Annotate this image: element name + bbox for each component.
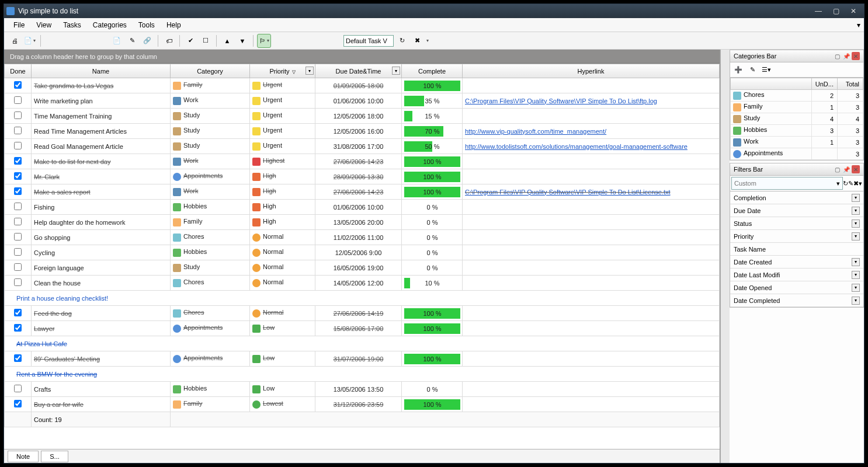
link-task-button[interactable]: 🔗 xyxy=(140,34,154,48)
filter-dropdown-icon[interactable]: ▾ xyxy=(852,284,860,292)
filter-edit-button[interactable]: ✎ xyxy=(848,180,853,187)
clear-view-button[interactable]: ✖ xyxy=(410,34,424,48)
note-row[interactable]: At Pizza Hut Cafe xyxy=(5,336,720,351)
cat-col-total[interactable]: Total xyxy=(838,78,863,90)
cat-col-undone[interactable]: UnD... xyxy=(812,78,838,90)
add-category-button[interactable]: ➕ xyxy=(732,64,744,76)
table-row[interactable]: Read Time Management ArticlesStudyUrgent… xyxy=(5,124,720,139)
table-row[interactable]: Time Management TrainingStudyUrgent12/05… xyxy=(5,109,720,124)
filter-row[interactable]: Date Created▾ xyxy=(730,256,863,269)
col-done[interactable]: Done xyxy=(5,64,32,78)
category-row[interactable]: Chores23 xyxy=(731,90,863,102)
table-row[interactable]: Read Goal Management ArticleStudyUrgent3… xyxy=(5,139,720,154)
table-row[interactable]: 89' Graduates' MeetingAppointmentsLow31/… xyxy=(5,351,720,367)
done-checkbox[interactable] xyxy=(14,218,22,225)
print-button[interactable]: 🖨 xyxy=(8,34,22,48)
done-checkbox[interactable] xyxy=(14,81,22,89)
category-row[interactable]: Family13 xyxy=(731,102,863,113)
panel-pin-icon[interactable]: 📌 xyxy=(842,52,850,60)
titlebar[interactable]: Vip simple to do list — ▢ ✕ xyxy=(4,4,864,18)
filter-row[interactable]: Date Completed▾ xyxy=(730,294,863,307)
toolbar-overflow-icon[interactable]: ▾ xyxy=(426,38,429,43)
done-checkbox[interactable] xyxy=(14,385,22,392)
filter-dropdown-icon[interactable]: ▾ xyxy=(852,271,860,279)
hyperlink[interactable]: http://www.vip-qualitysoft.com/time_mana… xyxy=(465,128,606,135)
hyperlink[interactable]: C:\Program Files\VIP Quality Software\VI… xyxy=(465,189,671,196)
menu-view[interactable]: View xyxy=(30,19,57,31)
cat-col-name[interactable] xyxy=(731,78,812,90)
filters-panel-header[interactable]: Filters Bar ▢ 📌 ✕ xyxy=(730,163,864,176)
col-name[interactable]: Name xyxy=(32,64,171,78)
menu-file[interactable]: File xyxy=(8,19,30,31)
filter-row[interactable]: Date Last Modifi▾ xyxy=(730,269,863,281)
categories-panel-header[interactable]: Categories Bar ▢ 📌 ✕ xyxy=(730,50,864,62)
flag-button[interactable]: 🏳▾ xyxy=(257,34,271,48)
tab-note[interactable]: Note xyxy=(8,451,39,462)
table-row[interactable]: Help daughter do the homeworkFamilyHigh1… xyxy=(5,215,720,230)
done-checkbox[interactable] xyxy=(14,172,22,180)
panel-window-icon[interactable]: ▢ xyxy=(833,165,841,173)
done-checkbox[interactable] xyxy=(14,263,22,271)
done-checkbox[interactable] xyxy=(14,96,22,104)
edit-task-button[interactable]: ✎ xyxy=(125,34,139,48)
col-priority-filter-icon[interactable]: ▾ xyxy=(305,67,314,75)
table-row[interactable]: Clean the houseChoresNormal14/05/2006 12… xyxy=(5,276,720,291)
done-checkbox[interactable] xyxy=(14,127,22,134)
done-checkbox[interactable] xyxy=(14,400,22,407)
new-task-button[interactable]: 📄 xyxy=(110,34,124,48)
done-checkbox[interactable] xyxy=(14,324,22,332)
col-hyperlink[interactable]: Hyperlink xyxy=(463,64,720,78)
note-button[interactable]: 🏷 xyxy=(162,34,176,48)
table-row[interactable]: Buy a car for wifeFamilyLowest31/12/2006… xyxy=(5,397,720,412)
filter-dropdown-icon[interactable]: ▾ xyxy=(852,232,860,241)
col-category[interactable]: Category xyxy=(171,64,250,78)
table-row[interactable]: Foreign languageStudyNormal16/05/2006 19… xyxy=(5,260,720,276)
category-row[interactable]: Study44 xyxy=(731,113,863,125)
hyperlink[interactable]: http://www.todolistsoft.com/solutions/ma… xyxy=(465,143,688,150)
panel-close-icon[interactable]: ✕ xyxy=(852,52,860,60)
menubar-overflow-icon[interactable]: ▾ xyxy=(857,21,860,29)
table-row[interactable]: CyclingHobbiesNormal12/05/2006 9:000 % xyxy=(5,245,720,260)
done-checkbox[interactable] xyxy=(14,111,22,119)
check-button[interactable]: ✔ xyxy=(183,34,197,48)
note-row[interactable]: Rent a BMW for the evening xyxy=(5,367,720,382)
done-checkbox[interactable] xyxy=(14,309,22,316)
filter-dropdown-icon[interactable]: ▾ xyxy=(852,207,860,215)
filter-row[interactable]: Priority▾ xyxy=(730,230,863,243)
col-due[interactable]: Due Date&Time▾ xyxy=(315,64,402,78)
filter-dropdown-icon[interactable]: ▾ xyxy=(852,258,860,266)
table-row[interactable]: LawyerAppointmentsLow15/08/2006 17:00100… xyxy=(5,321,720,336)
move-up-button[interactable]: ▲ xyxy=(220,34,234,48)
filter-row[interactable]: Status▾ xyxy=(730,217,863,230)
table-row[interactable]: Take grandma to Las VegasFamilyUrgent01/… xyxy=(5,78,720,93)
table-row[interactable]: Mr. ClarkAppointmentsHigh28/09/2006 13:3… xyxy=(5,169,720,184)
col-priority[interactable]: Priority▽▾ xyxy=(250,64,315,78)
menu-tools[interactable]: Tools xyxy=(133,19,161,31)
export-button[interactable]: 📄▾ xyxy=(23,34,37,48)
category-row[interactable]: Work13 xyxy=(731,137,863,148)
category-options-button[interactable]: ☰▾ xyxy=(761,64,772,76)
table-row[interactable]: Go shoppingChoresNormal11/02/2006 11:000… xyxy=(5,230,720,245)
done-checkbox[interactable] xyxy=(14,157,22,165)
col-complete[interactable]: Complete xyxy=(402,64,463,78)
filter-clear-button[interactable]: ✖ xyxy=(853,180,859,187)
filter-row[interactable]: Task Name xyxy=(730,243,863,256)
menu-tasks[interactable]: Tasks xyxy=(57,19,87,31)
filter-dropdown-icon[interactable]: ▾ xyxy=(852,297,860,305)
table-row[interactable]: Make to do list for next dayWorkHighest2… xyxy=(5,154,720,169)
view-selector[interactable] xyxy=(343,35,394,47)
done-checkbox[interactable] xyxy=(14,187,22,195)
done-checkbox[interactable] xyxy=(14,233,22,241)
filter-custom-input[interactable] xyxy=(734,180,836,187)
refresh-view-button[interactable]: ↻ xyxy=(395,34,409,48)
filter-custom-dropdown-icon[interactable]: ▾ xyxy=(836,180,840,187)
filter-row[interactable]: Due Date▾ xyxy=(730,204,863,217)
category-row[interactable]: Hobbies33 xyxy=(731,125,863,137)
tab-s[interactable]: S... xyxy=(41,451,68,462)
hyperlink[interactable]: C:\Program Files\VIP Quality Software\VI… xyxy=(465,97,657,104)
table-row[interactable]: Write marketing planWorkUrgent01/06/2006… xyxy=(5,93,720,109)
table-row[interactable]: Feed the dogChoresNormal27/06/2006 14:19… xyxy=(5,306,720,321)
main-scrollbar[interactable] xyxy=(720,50,730,463)
filter-apply-button[interactable]: ↻ xyxy=(843,180,848,187)
col-due-filter-icon[interactable]: ▾ xyxy=(392,67,400,75)
